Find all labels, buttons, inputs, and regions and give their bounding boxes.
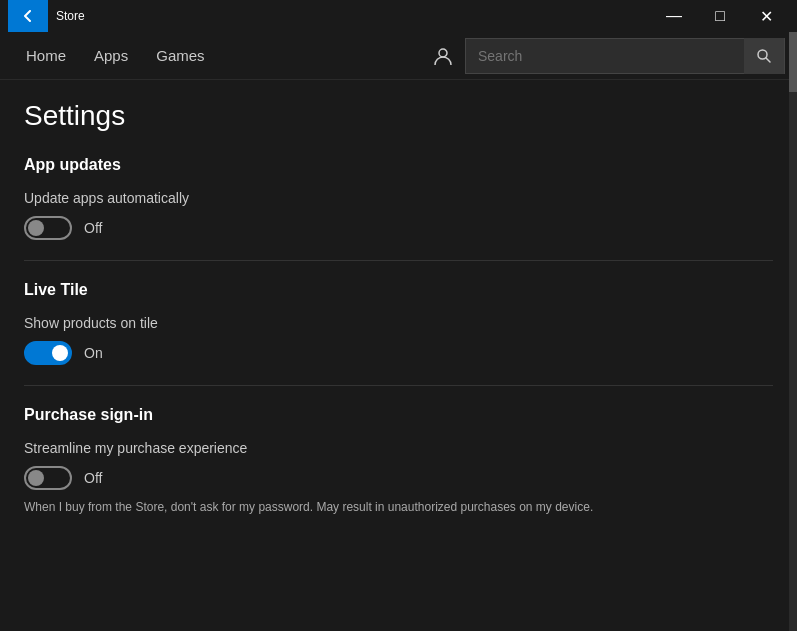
show-products-thumb bbox=[52, 345, 68, 361]
show-products-toggle[interactable] bbox=[24, 341, 72, 365]
show-products-state: On bbox=[84, 345, 103, 361]
scrollbar-thumb[interactable] bbox=[789, 32, 797, 92]
search-input[interactable] bbox=[466, 48, 744, 64]
section-live-tile: Live Tile Show products on tile On bbox=[24, 281, 773, 365]
main-content: Settings App updates Update apps automat… bbox=[0, 80, 797, 631]
section-purchase-signin: Purchase sign-in Streamline my purchase … bbox=[24, 406, 773, 516]
scrollbar[interactable] bbox=[789, 32, 797, 631]
divider-1 bbox=[24, 260, 773, 261]
svg-point-0 bbox=[439, 49, 447, 57]
nav-apps[interactable]: Apps bbox=[80, 32, 142, 80]
streamline-thumb bbox=[28, 470, 44, 486]
auto-update-thumb bbox=[28, 220, 44, 236]
auto-update-label: Update apps automatically bbox=[24, 190, 773, 206]
show-products-label: Show products on tile bbox=[24, 315, 773, 331]
divider-2 bbox=[24, 385, 773, 386]
back-button[interactable] bbox=[8, 0, 48, 32]
auto-update-toggle[interactable] bbox=[24, 216, 72, 240]
search-button[interactable] bbox=[744, 38, 784, 74]
section-app-updates: App updates Update apps automatically Of… bbox=[24, 156, 773, 240]
auto-update-state: Off bbox=[84, 220, 102, 236]
maximize-button[interactable]: □ bbox=[697, 0, 743, 32]
auto-update-toggle-row: Off bbox=[24, 216, 773, 240]
streamline-state: Off bbox=[84, 470, 102, 486]
streamline-toggle-row: Off bbox=[24, 466, 773, 490]
show-products-toggle-row: On bbox=[24, 341, 773, 365]
streamline-track bbox=[24, 466, 72, 490]
auto-update-track bbox=[24, 216, 72, 240]
streamline-description: When I buy from the Store, don't ask for… bbox=[24, 498, 773, 516]
section-app-updates-title: App updates bbox=[24, 156, 773, 174]
window-controls: — □ ✕ bbox=[651, 0, 789, 32]
title-bar: Store — □ ✕ bbox=[0, 0, 797, 32]
streamline-toggle[interactable] bbox=[24, 466, 72, 490]
page-title: Settings bbox=[24, 100, 773, 132]
section-live-tile-title: Live Tile bbox=[24, 281, 773, 299]
streamline-label: Streamline my purchase experience bbox=[24, 440, 773, 456]
nav-home[interactable]: Home bbox=[12, 32, 80, 80]
search-box[interactable] bbox=[465, 38, 785, 74]
nav-games[interactable]: Games bbox=[142, 32, 218, 80]
section-purchase-signin-title: Purchase sign-in bbox=[24, 406, 773, 424]
svg-line-2 bbox=[766, 58, 770, 62]
minimize-button[interactable]: — bbox=[651, 0, 697, 32]
window-title: Store bbox=[56, 9, 651, 23]
user-icon[interactable] bbox=[433, 46, 453, 66]
close-button[interactable]: ✕ bbox=[743, 0, 789, 32]
nav-bar: Home Apps Games bbox=[0, 32, 797, 80]
show-products-track bbox=[24, 341, 72, 365]
